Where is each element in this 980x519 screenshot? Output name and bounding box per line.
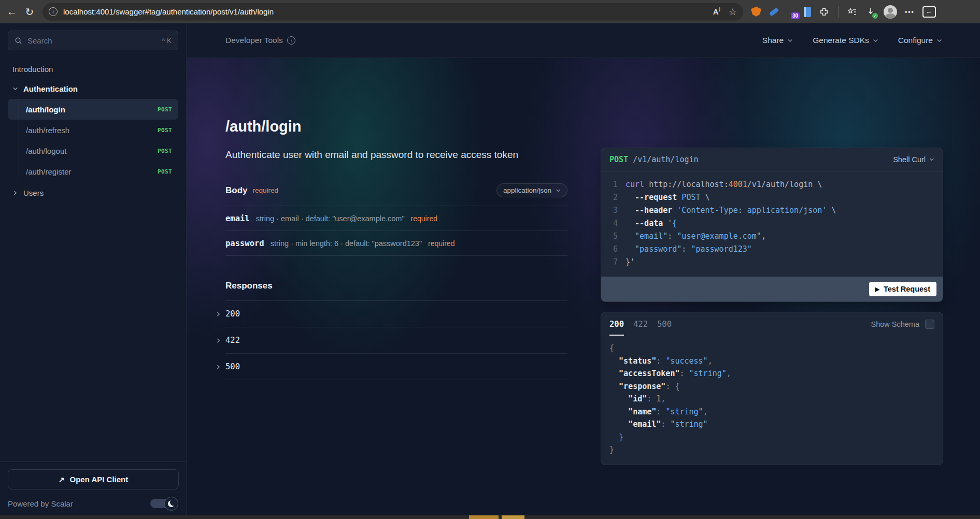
browser-menu-icon[interactable]: •••	[905, 8, 915, 16]
code-token: "email": "user@example.com"	[626, 230, 761, 243]
line-number: 5	[608, 230, 618, 243]
show-schema-label: Show Schema	[871, 320, 920, 328]
field-required-tag: required	[428, 239, 455, 248]
chevron-right-icon	[216, 338, 221, 343]
chevron-down-icon	[929, 157, 934, 162]
code-token: 4001	[729, 178, 747, 191]
json-token: ,	[661, 394, 665, 403]
sidebar-group-label: Authentication	[23, 84, 78, 93]
content: /auth/login Authenticate user with email…	[187, 58, 980, 515]
response-row-200[interactable]: 200	[225, 301, 567, 327]
browser-refresh-button[interactable]: ↻	[21, 3, 38, 21]
client-selector-value: Shell Curl	[893, 155, 926, 164]
response-row-list: 200422500	[225, 300, 567, 380]
favorites-bar-icon[interactable]	[847, 7, 858, 17]
endpoint-path: /auth/register	[26, 167, 158, 176]
favorite-star-icon[interactable]: ☆	[729, 6, 737, 18]
response-tabs: 200422500	[609, 312, 672, 336]
sidebar-item-introduction[interactable]: Introduction	[8, 60, 178, 79]
dark-mode-toggle[interactable]	[150, 496, 178, 511]
body-required-tag: required	[253, 186, 279, 194]
response-tab-200[interactable]: 200	[609, 312, 624, 336]
taskbar-edge	[0, 515, 980, 519]
powered-by-label: Powered by Scalar	[8, 499, 73, 508]
response-tab-500[interactable]: 500	[657, 312, 672, 336]
json-token: "response"	[619, 382, 665, 391]
url-text[interactable]: localhost:4001/swagger#tag/authenticatio…	[63, 7, 713, 16]
sidebar-item-auth-login[interactable]: /auth/loginPOST	[8, 99, 178, 120]
response-row-500[interactable]: 500	[225, 354, 567, 380]
download-complete-check: ✓	[872, 13, 878, 19]
search-input[interactable]: Search ^ K	[8, 31, 178, 50]
field-meta: string · email · default: "user@example.…	[256, 214, 405, 223]
profile-avatar[interactable]	[884, 5, 897, 19]
menu-generate-sdks[interactable]: Generate SDKs	[813, 36, 878, 45]
address-bar[interactable]: i localhost:4001/swagger#tag/authenticat…	[42, 3, 743, 21]
chevron-right-icon	[216, 364, 221, 370]
request-method: POST	[609, 155, 628, 164]
browser-back-button[interactable]: ←	[3, 3, 21, 21]
metamask-extension-icon[interactable]	[751, 7, 761, 17]
taskbar-app-indicator	[502, 515, 524, 519]
responses-section: Responses 200422500	[225, 281, 567, 380]
json-line-4: "response": {	[609, 380, 934, 393]
json-token: "string"	[665, 407, 703, 416]
json-token: "name"	[628, 407, 656, 416]
json-token: ,	[708, 356, 713, 366]
extension-with-badge-icon[interactable]: 30	[787, 7, 796, 17]
info-icon[interactable]: i	[287, 36, 295, 45]
response-json-block: { "status": "success", "accessToken": "s…	[601, 336, 943, 465]
code-token: 'Content-Type: application/json'	[672, 204, 827, 217]
menu-configure[interactable]: Configure	[898, 36, 942, 45]
response-code: 500	[225, 362, 240, 371]
response-tab-422[interactable]: 422	[633, 312, 648, 336]
response-example-panel: 200422500 Show Schema { "status": "succe…	[601, 312, 943, 465]
open-api-client-label: Open API Client	[69, 475, 128, 484]
json-line-3: "accessToken": "string",	[609, 367, 934, 380]
sidebar-item-auth-refresh[interactable]: /auth/refreshPOST	[8, 120, 178, 140]
code-token: --header	[626, 204, 672, 217]
code-token: POST	[677, 191, 700, 204]
content-type-value: application/json	[503, 186, 551, 194]
code-line-1: 1curl http://localhost:4001/v1/auth/logi…	[608, 178, 935, 191]
code-token: --data	[626, 217, 663, 230]
test-request-button[interactable]: ▶ Test Request	[869, 282, 936, 296]
sidebar-item-auth-logout[interactable]: /auth/logoutPOST	[8, 140, 178, 161]
json-token: "accessToken"	[619, 369, 679, 378]
json-token: :	[661, 420, 670, 429]
request-example-panel: POST /v1/auth/login Shell Curl 1curl htt…	[601, 148, 943, 302]
json-token	[609, 407, 628, 416]
menu-share[interactable]: Share	[762, 36, 793, 45]
json-line-7: "email": "string"	[609, 418, 934, 431]
body-field-password: passwordstring · min length: 6 · default…	[225, 231, 567, 256]
sidebar-group-users[interactable]: Users	[8, 182, 178, 204]
response-code: 200	[225, 309, 240, 319]
open-api-client-button[interactable]: ↗ Open API Client	[8, 469, 179, 489]
code-token: http://localhost:	[644, 178, 729, 191]
play-icon: ▶	[875, 286, 879, 293]
json-token	[609, 420, 628, 429]
chevron-down-icon	[787, 38, 793, 44]
book-extension-icon[interactable]	[804, 7, 811, 17]
body-field-list: emailstring · email · default: "user@exa…	[225, 206, 567, 256]
response-row-422[interactable]: 422	[225, 327, 567, 354]
sidebar-group-authentication[interactable]: Authentication	[8, 79, 178, 99]
show-schema-checkbox[interactable]	[925, 320, 934, 329]
sidebar-footer: ↗ Open API Client Powered by Scalar	[0, 462, 186, 515]
sidebar-toggle-icon[interactable]: ←	[922, 6, 936, 18]
blue-extension-icon[interactable]	[769, 7, 779, 16]
json-token: "success"	[665, 356, 707, 366]
downloads-icon[interactable]: ✓	[865, 7, 876, 17]
sidebar-item-auth-register[interactable]: /auth/registerPOST	[8, 161, 178, 182]
content-type-select[interactable]: application/json	[496, 183, 567, 197]
client-selector[interactable]: Shell Curl	[893, 155, 934, 164]
code-line-3: 3 --header 'Content-Type: application/js…	[608, 204, 935, 217]
chevron-down-icon	[556, 188, 561, 193]
line-number: 3	[608, 204, 618, 217]
read-aloud-icon[interactable]: A)	[713, 7, 720, 16]
request-panel-footer: ▶ Test Request	[601, 277, 943, 301]
extensions-puzzle-icon[interactable]	[819, 7, 829, 17]
endpoint-path: /auth/login	[26, 105, 158, 114]
site-info-icon[interactable]: i	[49, 7, 58, 16]
json-token: :	[679, 369, 689, 378]
